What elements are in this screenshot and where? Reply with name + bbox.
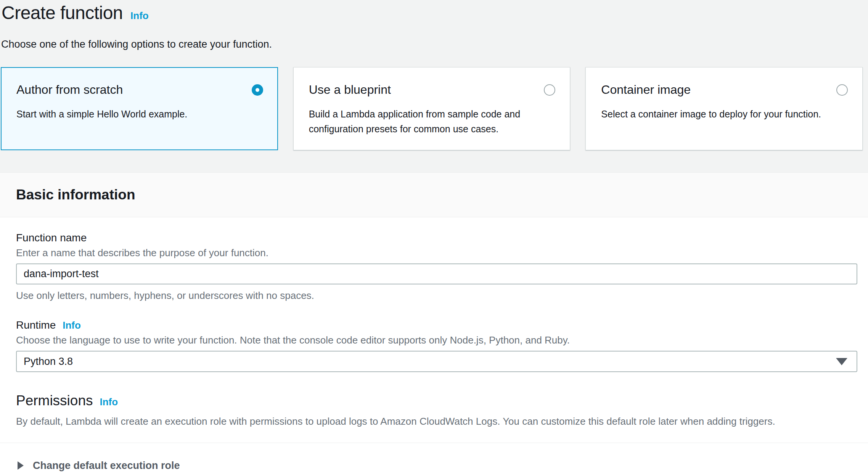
radio-unselected-icon[interactable] — [836, 84, 848, 96]
basic-information-body: Function name Enter a name that describe… — [0, 217, 868, 472]
chevron-right-icon — [18, 461, 24, 470]
function-name-input[interactable] — [16, 263, 857, 284]
hero-section: Create function Info Choose one of the f… — [0, 0, 868, 172]
function-name-field-group: Function name Enter a name that describe… — [0, 232, 868, 302]
basic-information-heading: Basic information — [16, 187, 135, 203]
card-title-row: Container image — [601, 83, 848, 97]
permissions-description: By default, Lambda will create an execut… — [16, 416, 857, 427]
page-title-info-link[interactable]: Info — [130, 10, 149, 22]
card-title: Use a blueprint — [309, 83, 391, 97]
runtime-field-group: Runtime Info Choose the language to use … — [0, 319, 868, 372]
card-use-a-blueprint[interactable]: Use a blueprint Build a Lambda applicati… — [293, 67, 571, 150]
function-name-label: Function name — [16, 232, 857, 244]
runtime-select[interactable]: Python 3.8 — [16, 351, 857, 372]
function-name-description: Enter a name that describes the purpose … — [16, 247, 857, 259]
card-container-image[interactable]: Container image Select a container image… — [585, 67, 863, 150]
change-default-execution-role-expander[interactable]: Change default execution role — [0, 443, 868, 472]
radio-selected-icon[interactable] — [252, 84, 263, 96]
runtime-info-link[interactable]: Info — [63, 319, 81, 331]
expander-label: Change default execution role — [33, 460, 180, 472]
card-author-from-scratch[interactable]: Author from scratch Start with a simple … — [1, 67, 278, 150]
runtime-label: Runtime — [16, 319, 56, 331]
chevron-down-icon — [836, 358, 847, 365]
runtime-description: Choose the language to use to write your… — [16, 334, 857, 346]
card-title-row: Use a blueprint — [309, 83, 556, 97]
radio-unselected-icon[interactable] — [544, 84, 555, 96]
title-row: Create function Info — [1, 2, 863, 23]
card-description: Select a container image to deploy for y… — [601, 107, 848, 122]
creation-option-cards: Author from scratch Start with a simple … — [1, 67, 863, 150]
function-name-constraint: Use only letters, numbers, hyphens, or u… — [16, 290, 857, 302]
card-title: Author from scratch — [16, 83, 123, 97]
basic-information-header: Basic information — [0, 172, 868, 217]
permissions-section: Permissions Info By default, Lambda will… — [0, 393, 868, 427]
card-description: Build a Lambda application from sample c… — [309, 107, 556, 136]
runtime-selected-value: Python 3.8 — [24, 356, 73, 368]
card-title: Container image — [601, 83, 691, 97]
runtime-label-row: Runtime Info — [16, 319, 857, 331]
card-description: Start with a simple Hello World example. — [16, 107, 263, 122]
permissions-heading: Permissions — [16, 393, 93, 409]
card-title-row: Author from scratch — [16, 83, 263, 97]
page-title: Create function — [2, 2, 123, 23]
permissions-info-link[interactable]: Info — [100, 396, 118, 408]
page-subtitle: Choose one of the following options to c… — [1, 39, 863, 50]
permissions-heading-row: Permissions Info — [16, 393, 857, 409]
